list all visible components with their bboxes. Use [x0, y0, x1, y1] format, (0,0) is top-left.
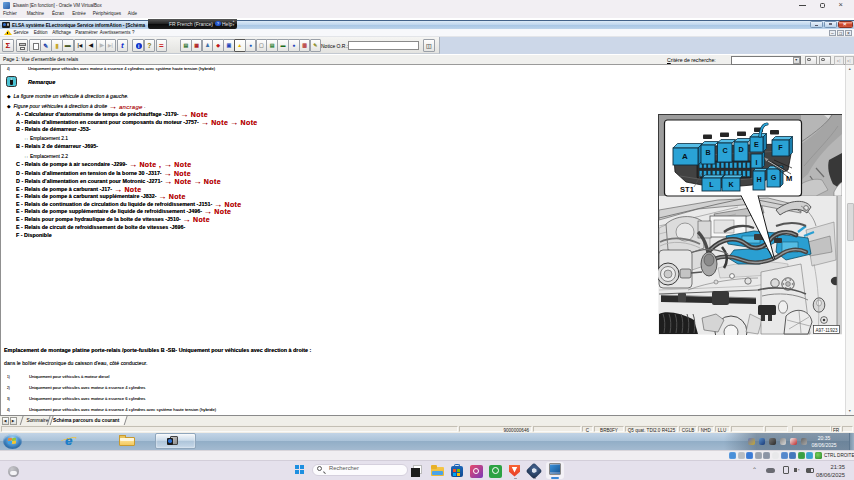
svg-text:F: F	[778, 143, 783, 152]
svg-text:C: C	[722, 146, 727, 155]
svg-text:L: L	[709, 180, 714, 189]
svg-text:K: K	[728, 180, 734, 189]
svg-text:M: M	[786, 174, 792, 183]
svg-text:A: A	[682, 152, 688, 161]
svg-text:E: E	[754, 140, 759, 149]
svg-text:ST1: ST1	[680, 185, 694, 194]
svg-text:B: B	[705, 148, 710, 157]
svg-text:A97-11923: A97-11923	[815, 328, 838, 333]
svg-text:D: D	[738, 145, 743, 154]
svg-text:H: H	[756, 175, 761, 184]
svg-text:I: I	[756, 158, 758, 167]
svg-text:G: G	[771, 173, 777, 182]
